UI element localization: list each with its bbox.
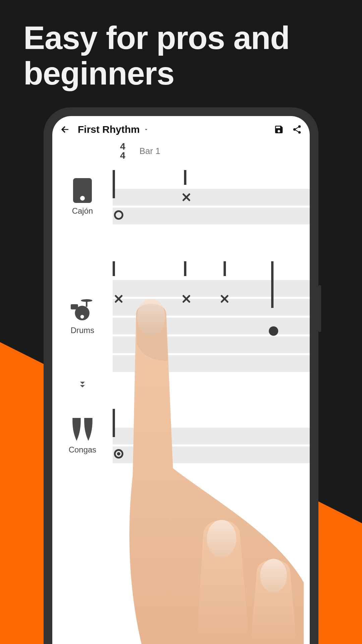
chevron-down-icon [143, 126, 149, 134]
track-drums: Drums [52, 261, 310, 372]
svg-point-6 [80, 315, 84, 319]
note-x[interactable] [182, 294, 191, 304]
lane[interactable] [113, 446, 310, 463]
cajon-icon[interactable] [71, 179, 94, 202]
track-cajon: Cajón [52, 170, 310, 224]
share-icon [292, 124, 302, 135]
title-dropdown[interactable]: First Rhythm [78, 124, 267, 135]
lane[interactable] [113, 428, 310, 444]
share-button[interactable] [291, 123, 303, 136]
congas-label: Congas [69, 445, 97, 454]
note-x[interactable] [182, 193, 191, 202]
note-x[interactable] [220, 294, 229, 304]
svg-point-1 [80, 196, 85, 201]
lane[interactable] [113, 299, 310, 316]
app-bar: First Rhythm [52, 116, 310, 139]
cajon-label: Cajón [72, 206, 93, 216]
lane[interactable] [113, 189, 310, 206]
expand-button[interactable] [77, 379, 88, 392]
svg-point-9 [260, 559, 287, 592]
save-icon [274, 124, 284, 135]
song-title: First Rhythm [78, 124, 140, 135]
lane[interactable] [113, 318, 310, 334]
note-dot[interactable] [269, 326, 278, 336]
promo-headline: Easy for pros and beginners [23, 20, 339, 91]
congas-notation[interactable] [113, 409, 310, 463]
svg-point-8 [207, 520, 236, 557]
congas-icon[interactable] [71, 418, 94, 441]
lane[interactable] [113, 355, 310, 372]
track-congas: Congas [52, 409, 310, 463]
lane[interactable] [113, 280, 310, 297]
time-signature[interactable]: 4 4 [113, 142, 133, 160]
lane[interactable] [113, 208, 310, 224]
arrow-left-icon [60, 124, 70, 135]
bar-label: Bar 1 [139, 146, 160, 156]
drums-notation[interactable] [113, 261, 310, 372]
drums-icon[interactable] [71, 298, 94, 322]
time-signature-row: 4 4 Bar 1 [52, 139, 310, 170]
ts-bottom: 4 [113, 151, 133, 160]
back-button[interactable] [59, 123, 71, 136]
svg-point-3 [81, 299, 92, 302]
double-chevron-down-icon [77, 379, 88, 391]
cajon-notation[interactable] [113, 170, 310, 224]
note-open[interactable] [114, 210, 123, 220]
lane[interactable] [113, 336, 310, 353]
note-x[interactable] [114, 294, 123, 304]
app-screen: First Rhythm 4 4 Bar [52, 116, 310, 644]
phone-frame: First Rhythm 4 4 Bar [44, 107, 318, 644]
ts-top: 4 [113, 142, 133, 151]
save-button[interactable] [273, 123, 285, 136]
note-target[interactable] [114, 449, 123, 459]
drums-label: Drums [71, 326, 95, 335]
